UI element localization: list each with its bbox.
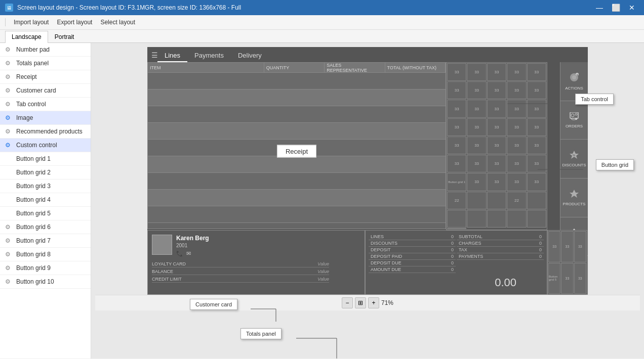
mid-cell[interactable]: 33 <box>527 137 546 154</box>
export-layout-menu[interactable]: Export layout <box>57 19 92 26</box>
mid-cell[interactable]: 22 <box>507 192 526 209</box>
sidebar-item-button-grid-3[interactable]: ⚙ Button grid 3 <box>0 180 91 193</box>
loyalty-label: LOYALTY CARD <box>152 261 186 266</box>
mid-cell[interactable] <box>467 210 486 228</box>
restore-button[interactable]: ⬜ <box>609 1 623 15</box>
sidebar-item-recommended[interactable]: ⚙ Recommended products <box>0 125 91 139</box>
bottom-cell[interactable]: 33 <box>574 231 586 262</box>
totals-row-charges: CHARGES 0 <box>457 240 544 247</box>
mid-cell[interactable]: 33 <box>487 100 506 117</box>
products-button[interactable]: PRODUCTS <box>560 178 588 217</box>
mid-cell[interactable]: 33 <box>467 63 486 81</box>
sidebar-item-button-grid-9[interactable]: ⚙ Button grid 9 <box>0 261 91 275</box>
gear-icon: ⚙ <box>5 237 12 244</box>
mid-cell[interactable]: 33 <box>447 81 466 99</box>
sidebar-item-tab-control[interactable]: ⚙ Tab control <box>0 98 91 111</box>
bottom-cell[interactable]: 33 <box>574 263 586 294</box>
mid-cell[interactable]: 33 <box>467 81 486 99</box>
mid-cell[interactable]: 33 <box>447 100 466 117</box>
mid-cell[interactable]: 33 <box>507 81 526 99</box>
canvas-tab-payments[interactable]: Payments <box>187 50 231 62</box>
bottom-cell[interactable]: Button grid 5 <box>548 263 560 294</box>
totals-row-tax: TAX 0 <box>457 247 544 253</box>
mid-cell[interactable]: 33 <box>467 137 486 154</box>
mid-cell[interactable]: Button grid 1 <box>447 173 466 191</box>
mid-cell[interactable]: 33 <box>447 137 466 154</box>
mid-cell[interactable]: 33 <box>447 155 466 172</box>
mid-cell[interactable] <box>487 192 506 209</box>
sidebar-label-image: Image <box>16 114 86 121</box>
canvas-tab-lines[interactable]: Lines <box>157 50 187 62</box>
mid-cell[interactable] <box>527 192 546 209</box>
mid-cell[interactable] <box>447 210 466 228</box>
customer-info: Karen Berg 2001 📞 ✉ <box>176 235 360 257</box>
sidebar-item-totals-panel[interactable]: ⚙ Totals panel <box>0 57 91 70</box>
totals-left: LINES 0 DISCOUNTS 0 DEPOSIT 0 DEPOSIT <box>369 234 456 273</box>
totals-row-deposit-paid: DEPOSIT PAID 0 <box>369 253 456 260</box>
mid-cell[interactable]: 33 <box>507 63 526 81</box>
mid-cell[interactable]: 33 <box>527 173 546 191</box>
mid-cell[interactable]: 33 <box>507 173 526 191</box>
tab-portrait[interactable]: Portrait <box>48 31 81 42</box>
sidebar-item-custom-control[interactable]: ⚙ Custom control <box>0 139 91 152</box>
mid-cell[interactable]: 33 <box>487 63 506 81</box>
mid-cell[interactable]: 33 <box>507 137 526 154</box>
bottom-cell[interactable]: 33 <box>561 263 573 294</box>
mid-cell[interactable]: 33 <box>527 63 546 81</box>
sidebar-label-button-grid-10: Button grid 10 <box>16 278 86 285</box>
mid-cell[interactable]: 33 <box>467 100 486 117</box>
zoom-in-button[interactable]: + <box>368 297 379 308</box>
sidebar-item-number-pad[interactable]: ⚙ Number pad <box>0 43 91 57</box>
sidebar-item-button-grid-8[interactable]: ⚙ Button grid 8 <box>0 248 91 261</box>
canvas-tab-delivery[interactable]: Delivery <box>231 50 269 62</box>
close-button[interactable]: ✕ <box>625 1 639 15</box>
zoom-reset-button[interactable]: ⊞ <box>355 297 366 308</box>
mid-cell[interactable]: 33 <box>527 118 546 136</box>
sidebar-item-button-grid-2[interactable]: ⚙ Button grid 2 <box>0 166 91 180</box>
mid-cell[interactable] <box>527 210 546 228</box>
mid-cell[interactable] <box>467 192 486 209</box>
minimize-button[interactable]: — <box>592 1 607 15</box>
totals-panel-annotation: Totals panel <box>240 328 281 339</box>
bottom-cell[interactable]: 33 <box>561 231 573 262</box>
sidebar-item-button-grid-10[interactable]: ⚙ Button grid 10 <box>0 275 91 289</box>
sidebar-item-customer-card[interactable]: ⚙ Customer card <box>0 84 91 98</box>
sidebar-item-button-grid-5[interactable]: ⚙ Button grid 5 <box>0 207 91 220</box>
sidebar-label-totals-panel: Totals panel <box>16 60 86 67</box>
select-layout-menu[interactable]: Select layout <box>100 19 135 26</box>
sidebar-item-receipt[interactable]: ⚙ Receipt <box>0 70 91 84</box>
mid-cell[interactable]: 33 <box>487 118 506 136</box>
sidebar-item-button-grid-6[interactable]: ⚙ Button grid 6 <box>0 220 91 234</box>
mid-cell[interactable] <box>487 210 506 228</box>
mid-cell[interactable] <box>447 228 466 229</box>
mid-cell[interactable]: 33 <box>487 173 506 191</box>
mid-cell[interactable]: 33 <box>507 155 526 172</box>
mid-cell[interactable]: 33 <box>527 81 546 99</box>
sidebar-item-button-grid-7[interactable]: ⚙ Button grid 7 <box>0 234 91 248</box>
mid-cell[interactable]: 33 <box>487 155 506 172</box>
mid-cell[interactable]: 33 <box>467 155 486 172</box>
import-layout-menu[interactable]: Import layout <box>14 19 49 26</box>
sidebar-item-button-grid-4[interactable]: ⚙ Button grid 4 <box>0 193 91 207</box>
tab-landscape[interactable]: Landscape <box>5 31 48 43</box>
total-amount: 0.00 <box>495 276 516 289</box>
receipt-col-item: ITEM <box>148 63 264 72</box>
mid-cell[interactable]: 33 <box>467 118 486 136</box>
sidebar-item-image[interactable]: ⚙ Image <box>0 111 91 125</box>
orders-button[interactable]: ORDERS <box>560 101 588 140</box>
mid-cell[interactable]: 33 <box>487 81 506 99</box>
zoom-out-button[interactable]: − <box>342 297 353 308</box>
sidebar-label-button-grid-7: Button grid 7 <box>16 237 86 244</box>
mid-cell[interactable]: 22 <box>447 192 466 209</box>
mid-cell[interactable]: 33 <box>447 63 466 81</box>
mid-cell[interactable]: 33 <box>487 137 506 154</box>
mid-cell[interactable] <box>507 210 526 228</box>
mid-cell[interactable]: 33 <box>467 173 486 191</box>
mid-cell[interactable]: 33 <box>507 118 526 136</box>
button-grid-arrow <box>538 164 588 174</box>
mid-cell[interactable]: 33 <box>447 118 466 136</box>
bottom-cell[interactable]: 33 <box>548 231 560 262</box>
canvas-area: ☰ Lines Payments Delivery ITEM QUANTITY … <box>91 43 644 358</box>
sidebar-item-button-grid-1[interactable]: ⚙ Button grid 1 <box>0 152 91 166</box>
receipt-label: Receipt <box>277 145 316 158</box>
